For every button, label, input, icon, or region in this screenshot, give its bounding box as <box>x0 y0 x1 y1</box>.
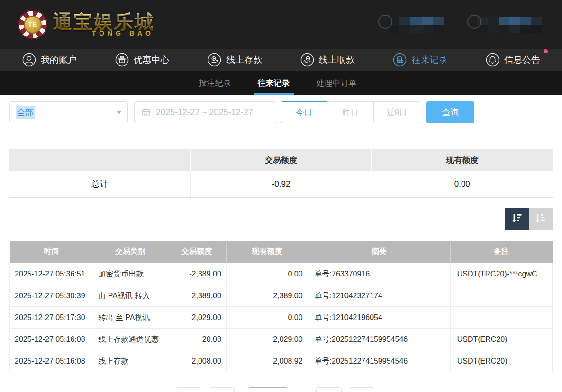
transactions-table: 时间 交易类别 交易额度 现有额度 摘要 备注 2025-12-27 05:36… <box>9 241 553 373</box>
nav-item-withdraw[interactable]: 线上取款 <box>300 53 355 67</box>
date-range-input[interactable]: 2025-12-27 ~ 2025-12-27 <box>134 101 276 123</box>
cell-transaction-amount: 2,389.00 <box>167 285 227 307</box>
chip-monogram: TB <box>28 21 37 28</box>
cell-type: 加密货币出款 <box>93 263 167 285</box>
nav-item-my-account[interactable]: 我的账户 <box>22 53 77 67</box>
cell-summary: 单号:121042327174 <box>308 285 450 307</box>
summary-header-current-amount: 现有额度 <box>372 149 553 171</box>
type-select[interactable]: 全部 <box>9 101 128 123</box>
table-row: 2025-12-27 05:17:30 转出 至 PA视讯 -2,029.00 … <box>10 307 553 329</box>
cell-remark: USDT(ERC20) <box>450 329 552 350</box>
censored-user-info-2[interactable] <box>467 17 542 33</box>
table-row: 2025-12-27 05:36:51 加密货币出款 -2,389.00 0.0… <box>10 263 553 285</box>
user-circle-icon <box>378 15 392 29</box>
summary-total-label: 总计 <box>9 171 190 197</box>
table-row: 2025-12-27 05:16:08 线上存款 2,008.00 2,008.… <box>10 350 553 372</box>
cell-summary: 单号:121042196054 <box>308 307 450 329</box>
summary-total-row: 总计 -0.92 0.00 <box>9 171 553 197</box>
cell-transaction-amount: -2,389.00 <box>167 263 227 285</box>
user-icon <box>22 53 36 67</box>
deposit-icon <box>207 53 222 67</box>
brand-name: 通宝娱乐城 <box>53 12 155 31</box>
cell-remark <box>450 307 552 329</box>
search-button[interactable]: 查询 <box>426 101 474 123</box>
summary-header-empty <box>9 149 190 171</box>
censored-user-info-1[interactable] <box>378 17 444 33</box>
last-8-days-button[interactable]: 近8日 <box>373 101 420 123</box>
pixelated-censor-block <box>388 17 444 33</box>
cell-remark: USDT(ERC20) <box>450 350 552 372</box>
cell-transaction-amount: 2,008.00 <box>167 350 227 372</box>
casino-chip-icon: TB <box>18 10 47 39</box>
col-header-remark: 备注 <box>450 241 552 263</box>
cell-time: 2025-12-27 05:17:30 <box>10 307 93 329</box>
cell-transaction-amount: -2,029.00 <box>167 307 227 329</box>
pagination-page-select[interactable] <box>248 387 288 392</box>
cell-type: 线上存款通道优惠 <box>93 329 167 350</box>
cell-remark: USDT(TRC20)-***cgwC <box>450 263 552 285</box>
cell-type: 线上存款 <box>93 350 167 372</box>
cell-current-amount: 0.00 <box>226 307 308 329</box>
sort-ascending-icon <box>534 212 547 225</box>
col-header-current-amount: 现有额度 <box>226 241 308 263</box>
cell-transaction-amount: 20.08 <box>167 329 227 350</box>
calendar-icon <box>141 107 151 117</box>
user-area <box>378 17 542 33</box>
cell-time: 2025-12-27 05:16:08 <box>10 329 93 350</box>
col-header-transaction-amount: 交易额度 <box>167 241 227 263</box>
notification-dot <box>544 49 548 53</box>
user-circle-icon <box>467 15 481 29</box>
tab-pending-orders[interactable]: 处理中订单 <box>312 71 361 95</box>
table-header-row: 时间 交易类别 交易额度 现有额度 摘要 备注 <box>10 241 553 263</box>
nav-item-announcements[interactable]: 信息公告 <box>485 53 540 67</box>
pagination <box>0 387 562 392</box>
nav-item-transaction-records[interactable]: 往来记录 <box>392 53 447 67</box>
cell-time: 2025-12-27 05:16:08 <box>10 350 93 372</box>
cell-time: 2025-12-27 05:36:51 <box>10 263 93 285</box>
nav-item-deposit[interactable]: 线上存款 <box>207 53 262 67</box>
sort-descending-icon <box>510 212 524 225</box>
pagination-button[interactable] <box>176 387 201 392</box>
gift-icon <box>115 53 129 67</box>
summary-table: 交易额度 现有额度 总计 -0.92 0.00 <box>9 149 553 198</box>
summary-current-amount: 0.00 <box>372 171 553 197</box>
cell-type: 转出 至 PA视讯 <box>93 307 167 329</box>
brand-logo[interactable]: TB 通宝娱乐城 TONG BAO <box>18 10 155 39</box>
date-range-value: 2025-12-27 ~ 2025-12-27 <box>156 107 253 117</box>
cell-summary: 单号:202512274159954546 <box>308 350 450 372</box>
top-header: TB 通宝娱乐城 TONG BAO <box>0 0 562 49</box>
yesterday-button[interactable]: 昨日 <box>327 101 374 123</box>
records-icon <box>392 53 407 67</box>
today-button[interactable]: 今日 <box>281 101 327 123</box>
record-tabs: 投注纪录 往来记录 处理中订单 <box>0 71 562 95</box>
main-navigation: 我的账户 优惠中心 线上存款 线上取款 往来记录 <box>0 49 562 71</box>
cell-remark <box>450 285 552 307</box>
chevron-down-icon <box>116 111 122 114</box>
cell-current-amount: 2,029.00 <box>226 329 308 350</box>
nav-item-promotions[interactable]: 优惠中心 <box>115 53 170 67</box>
col-header-transaction-type: 交易类别 <box>93 241 167 263</box>
sort-ascending-button[interactable] <box>529 208 553 230</box>
pagination-button[interactable] <box>209 387 235 392</box>
pagination-button[interactable] <box>349 387 374 392</box>
summary-header-transaction-amount: 交易额度 <box>190 149 372 171</box>
tab-betting-records[interactable]: 投注纪录 <box>195 71 236 95</box>
cell-current-amount: 0.00 <box>226 263 308 285</box>
tab-transaction-records[interactable]: 往来记录 <box>254 71 294 95</box>
cell-current-amount: 2,389.00 <box>226 285 308 307</box>
table-row: 2025-12-27 05:30:39 由 PA视讯 转入 2,389.00 2… <box>10 285 553 307</box>
cell-summary: 单号:763370916 <box>308 263 450 285</box>
bell-icon <box>485 53 500 67</box>
summary-transaction-amount: -0.92 <box>190 171 372 197</box>
sort-descending-button[interactable] <box>505 208 529 230</box>
withdraw-icon <box>300 53 315 67</box>
type-select-value: 全部 <box>16 106 35 119</box>
cell-summary: 单号:202512274159954546 <box>308 329 450 350</box>
quick-date-buttons: 今日 昨日 近8日 <box>281 101 420 123</box>
cell-current-amount: 2,008.92 <box>226 350 308 372</box>
cell-type: 由 PA视讯 转入 <box>93 285 167 307</box>
col-header-summary: 摘要 <box>308 241 450 263</box>
col-header-time: 时间 <box>10 241 93 263</box>
brand-subtitle: TONG BAO <box>53 29 155 37</box>
pagination-button[interactable] <box>316 387 342 392</box>
